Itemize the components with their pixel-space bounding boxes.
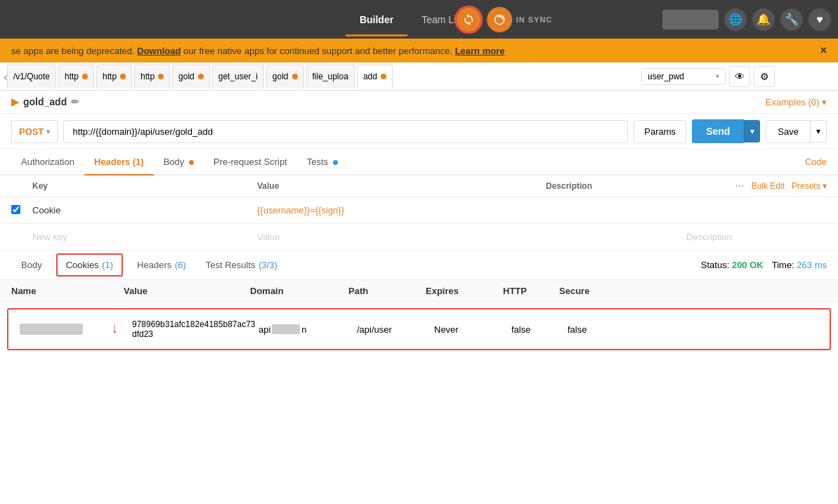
tab-response-headers[interactable]: Headers (6) (127, 253, 196, 277)
sync-icon-secondary[interactable] (487, 7, 512, 32)
globe-icon-btn[interactable]: 🌐 (724, 8, 747, 31)
tab-tests[interactable]: Tests (297, 150, 348, 174)
bell-icon-btn[interactable]: 🔔 (752, 8, 775, 31)
save-dropdown-button[interactable]: ▾ (811, 120, 827, 142)
request-tab-add[interactable]: add (357, 65, 393, 88)
send-dropdown-button[interactable]: ▾ (744, 120, 760, 142)
tab-headers[interactable]: Headers (1) (84, 150, 154, 174)
table-header-row: Key Value Description ··· Bulk Edit Pres… (0, 175, 838, 197)
new-value-input[interactable]: Value (257, 232, 686, 242)
checkbox-cell[interactable] (11, 205, 28, 216)
gear-button[interactable]: ⚙ (754, 66, 775, 87)
more-options-button[interactable]: ··· (735, 180, 744, 192)
col-expires-header: Expires (426, 286, 503, 296)
time-value: 263 ms (797, 260, 827, 270)
request-tab-fileupload[interactable]: file_uploa (306, 65, 355, 88)
table-row: Cookie {{username}}={{sign}} (0, 197, 838, 224)
tab-test-results[interactable]: Test Results (3/3) (196, 253, 287, 277)
request-tab-getuser[interactable]: get_user_i (212, 65, 264, 88)
col-header-key: Key (11, 181, 257, 191)
col-path-header: Path (348, 286, 426, 296)
request-tab-gold1[interactable]: gold (172, 65, 210, 88)
tab-body[interactable]: Body (154, 150, 204, 174)
dot-orange (120, 74, 126, 79)
cookie-expires: Never (434, 324, 511, 335)
col-value-header: Value (124, 286, 250, 296)
domain-placeholder: api n (258, 324, 357, 335)
request-sub-tabs: Authorization Headers (1) Body Pre-reque… (0, 150, 838, 175)
examples-button[interactable]: Examples (0) ▾ (766, 97, 827, 107)
presets-button[interactable]: Presets ▾ (792, 181, 827, 191)
url-input[interactable] (63, 120, 628, 143)
cookie-path: /api/user (357, 324, 434, 335)
request-tab-http2[interactable]: http (96, 65, 132, 88)
dot-orange (158, 74, 164, 79)
request-name-label: gold_add (23, 96, 67, 107)
cookie-value: 978969b31afc182e4185b87ac73dfd23 (132, 319, 258, 339)
status-code: 200 OK (732, 260, 764, 270)
tabs-arrow-left[interactable]: ‹ (0, 65, 11, 87)
user-avatar[interactable] (662, 10, 719, 29)
code-link[interactable]: Code (805, 157, 827, 167)
new-key-input[interactable]: New key (32, 232, 257, 242)
nav-icons-right: 🌐 🔔 🔧 ♥ (662, 8, 831, 31)
status-area: Status: 200 OK Time: 263 ms (701, 260, 827, 270)
new-row: New key Value Description (0, 224, 838, 251)
learn-more-link[interactable]: Learn more (455, 46, 505, 56)
send-button[interactable]: Send (692, 119, 744, 143)
cookie-row: ↓ 978969b31afc182e4185b87ac73dfd23 api n… (7, 308, 831, 350)
col-domain-header: Domain (250, 286, 348, 296)
cookies-table: Name Value Domain Path Expires HTTP Secu… (0, 280, 838, 350)
domain-blurred (272, 324, 300, 334)
chevron-down-icon: ▾ (716, 72, 719, 80)
tab-cookies[interactable]: Cookies (1) (56, 253, 123, 277)
dot-orange (198, 74, 204, 79)
status-label: Status: 200 OK (701, 260, 764, 270)
request-tab-http3[interactable]: http (134, 65, 170, 88)
save-button-group: Save ▾ (766, 120, 827, 143)
wrench-icon-btn[interactable]: 🔧 (780, 8, 803, 31)
time-label: Time: 263 ms (772, 260, 827, 270)
cookies-header-row: Name Value Domain Path Expires HTTP Secu… (0, 280, 838, 303)
request-tab-v1quote[interactable]: /v1/Quote (7, 65, 56, 88)
sync-text: IN SYNC (516, 15, 553, 24)
tab-builder[interactable]: Builder (346, 3, 407, 37)
deprecation-banner: se apps are being deprecated. Download o… (0, 39, 838, 62)
new-desc-input[interactable]: Description (686, 232, 827, 242)
body-dot (189, 160, 194, 165)
env-selector: user_pwd ▾ 👁 ⚙ (641, 66, 775, 87)
col-http-header: HTTP (503, 286, 559, 296)
save-button[interactable]: Save (766, 120, 811, 143)
col-header-value: Value (257, 181, 546, 191)
dot-orange (381, 74, 386, 79)
eye-button[interactable]: 👁 (729, 66, 750, 87)
cookie-http: false (511, 324, 568, 335)
banner-text: se apps are being deprecated. Download o… (11, 46, 504, 56)
chevron-down-icon: ▾ (46, 128, 50, 135)
tab-prerequest[interactable]: Pre-request Script (204, 150, 297, 174)
top-nav: Builder Team Library IN SYNC 🌐 🔔 🔧 ♥ (0, 0, 838, 39)
edit-icon[interactable]: ✏ (71, 96, 79, 107)
expand-icon: ▶ (11, 96, 19, 107)
tab-response-body[interactable]: Body (11, 253, 52, 277)
arrow-col (103, 286, 124, 296)
tests-dot (333, 160, 338, 165)
cookie-name (20, 324, 111, 335)
download-link[interactable]: Download (137, 46, 181, 56)
method-dropdown[interactable]: POST ▾ (11, 120, 58, 143)
banner-close-button[interactable]: × (820, 44, 827, 57)
request-tab-gold2[interactable]: gold (266, 65, 304, 88)
request-name: ▶ gold_add ✏ (11, 96, 79, 107)
sync-area: IN SYNC (454, 6, 553, 34)
dot-orange (82, 74, 88, 79)
request-tab-http1[interactable]: http (58, 65, 94, 88)
bulk-edit-button[interactable]: Bulk Edit (752, 181, 785, 191)
main-content: se apps are being deprecated. Download o… (0, 39, 838, 504)
params-button[interactable]: Params (634, 120, 686, 143)
tab-authorization[interactable]: Authorization (11, 150, 84, 174)
sync-icon-primary[interactable] (454, 6, 483, 34)
tabs-arrow-right[interactable]: › (644, 65, 655, 87)
name-placeholder (20, 324, 83, 335)
heart-icon-btn[interactable]: ♥ (808, 8, 831, 31)
row-checkbox[interactable] (11, 205, 20, 214)
